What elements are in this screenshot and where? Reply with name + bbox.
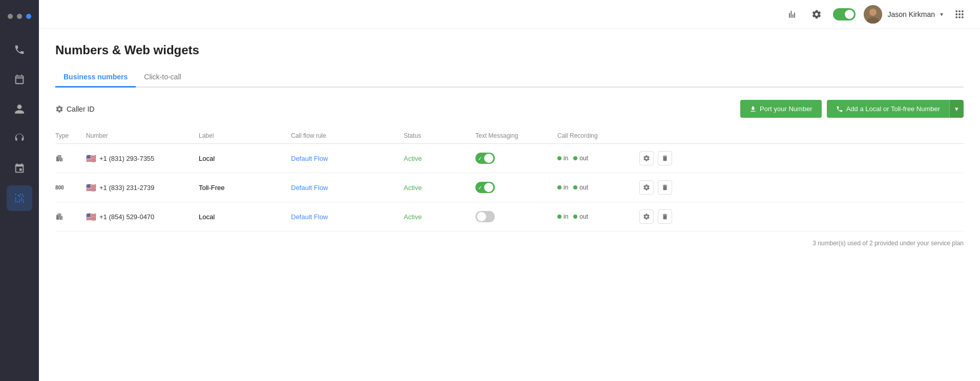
row2-actions	[639, 180, 680, 195]
building-icon-2	[55, 213, 64, 221]
sidebar-item-phone[interactable]	[7, 37, 32, 62]
row3-actions	[639, 209, 680, 224]
svg-point-1	[869, 9, 877, 16]
row3-flow-link[interactable]: Default Flow	[291, 213, 328, 221]
row3-text-messaging	[475, 211, 557, 222]
user-name: Jason Kirkman	[887, 10, 935, 18]
text-messaging-toggle-2[interactable]: ✓	[475, 182, 495, 193]
col-status: Status	[404, 132, 475, 139]
app-grid-icon[interactable]	[951, 6, 968, 23]
row3-type	[55, 213, 86, 221]
recording-in-label: in	[564, 184, 568, 191]
sidebar-item-support[interactable]	[7, 126, 32, 152]
row1-actions	[639, 151, 680, 165]
row1-label: Local	[199, 155, 291, 162]
support-icon	[14, 133, 25, 144]
analytics-icon[interactable]	[784, 6, 800, 23]
table-header: Type Number Label Call flow rule Status …	[55, 128, 964, 144]
row3-delete-button[interactable]	[658, 209, 672, 224]
caller-id-setting[interactable]: Caller ID	[55, 105, 94, 113]
main-content: Jason Kirkman ▾ Numbers & Web widgets Bu…	[39, 0, 980, 381]
add-button-label: Add a Local or Toll-free Number	[846, 105, 940, 113]
sidebar	[0, 0, 39, 381]
text-messaging-toggle-1[interactable]: ✓	[475, 153, 495, 164]
numbers-table: Type Number Label Call flow rule Status …	[55, 128, 964, 231]
text-messaging-toggle-3[interactable]	[475, 211, 495, 222]
status-badge: Active	[404, 184, 422, 192]
sidebar-item-contacts[interactable]	[7, 96, 32, 122]
row2-call-recording: in out	[557, 184, 639, 191]
add-number-dropdown[interactable]: ▾	[949, 100, 964, 118]
col-call-recording: Call Recording	[557, 132, 639, 139]
row1-text-messaging: ✓	[475, 153, 557, 164]
row3-call-recording: in out	[557, 213, 639, 220]
row1-flow: Default Flow	[291, 155, 404, 162]
row1-flow-link[interactable]: Default Flow	[291, 155, 328, 162]
row1-settings-button[interactable]	[639, 151, 654, 165]
recording-in-label: in	[564, 213, 568, 220]
col-actions	[639, 132, 680, 139]
row2-type: 800	[55, 185, 86, 190]
tab-click-to-call[interactable]: Click-to-call	[136, 68, 189, 88]
recording-in-label: in	[564, 155, 568, 162]
caller-id-label: Caller ID	[67, 105, 94, 113]
flag-us-3: 🇺🇸	[86, 212, 96, 222]
recording-out-dot	[573, 156, 577, 160]
row2-text-messaging: ✓	[475, 182, 557, 193]
row2-flow-link[interactable]: Default Flow	[291, 184, 328, 192]
row3-flow: Default Flow	[291, 213, 404, 221]
recording-in-dot	[557, 215, 561, 219]
table-row: 🇺🇸 +1 (854) 529-0470 Local Default Flow …	[55, 202, 964, 231]
sidebar-item-integrations[interactable]	[7, 156, 32, 181]
contacts-icon	[14, 103, 25, 115]
download-icon	[749, 105, 757, 113]
status-badge: Active	[404, 155, 422, 162]
trash-icon	[661, 213, 669, 220]
sidebar-item-calendar[interactable]	[7, 67, 32, 92]
port-button-label: Port your Number	[760, 105, 812, 113]
recording-out-label: out	[579, 155, 588, 162]
port-number-button[interactable]: Port your Number	[740, 100, 822, 118]
row2-label: Toll-Free	[199, 184, 291, 192]
row2-settings-button[interactable]	[639, 180, 654, 195]
row2-delete-button[interactable]	[658, 180, 672, 195]
row2-flow: Default Flow	[291, 184, 404, 192]
settings-icon[interactable]	[808, 6, 825, 23]
row1-call-recording: in out	[557, 155, 639, 162]
phone-icon	[14, 44, 25, 55]
recording-in-dot	[557, 185, 561, 189]
recording-out-dot	[573, 215, 577, 219]
trash-icon	[661, 184, 669, 191]
add-number-button[interactable]: Add a Local or Toll-free Number	[827, 100, 949, 118]
tab-business-numbers[interactable]: Business numbers	[55, 68, 136, 88]
phone-add-icon	[836, 105, 843, 113]
col-text-messaging: Text Messaging	[475, 132, 557, 139]
row1-number: 🇺🇸 +1 (831) 293-7355	[86, 154, 199, 163]
building-icon	[55, 154, 64, 162]
row1-type	[55, 154, 86, 162]
action-buttons: Port your Number Add a Local or Toll-fre…	[740, 100, 964, 118]
row3-number: 🇺🇸 +1 (854) 529-0470	[86, 212, 199, 222]
gear-icon	[643, 184, 650, 191]
integrations-icon	[14, 163, 25, 174]
row2-number: 🇺🇸 +1 (833) 231-2739	[86, 183, 199, 193]
flag-us-2: 🇺🇸	[86, 183, 96, 193]
status-toggle[interactable]	[833, 8, 856, 20]
recording-out-label: out	[579, 184, 588, 191]
table-row: 800 🇺🇸 +1 (833) 231-2739 Toll-Free Defau…	[55, 173, 964, 202]
col-type: Type	[55, 132, 86, 139]
add-number-wrapper: Add a Local or Toll-free Number ▾	[827, 100, 964, 118]
footer-note-text: 3 number(s) used of 2 provided under you…	[812, 240, 964, 247]
status-badge: Active	[404, 213, 422, 221]
tab-bar: Business numbers Click-to-call	[55, 68, 964, 88]
row3-settings-button[interactable]	[639, 209, 654, 224]
user-menu[interactable]: Jason Kirkman ▾	[864, 5, 943, 24]
actions-bar: Caller ID Port your Number Add a Local o…	[55, 100, 964, 118]
app-logo	[9, 6, 30, 27]
page-title: Numbers & Web widgets	[55, 43, 964, 57]
gear-icon	[643, 155, 650, 162]
flag-us: 🇺🇸	[86, 154, 96, 163]
row1-delete-button[interactable]	[658, 151, 672, 165]
sidebar-item-numbers[interactable]	[7, 185, 32, 211]
row2-status: Active	[404, 184, 475, 192]
